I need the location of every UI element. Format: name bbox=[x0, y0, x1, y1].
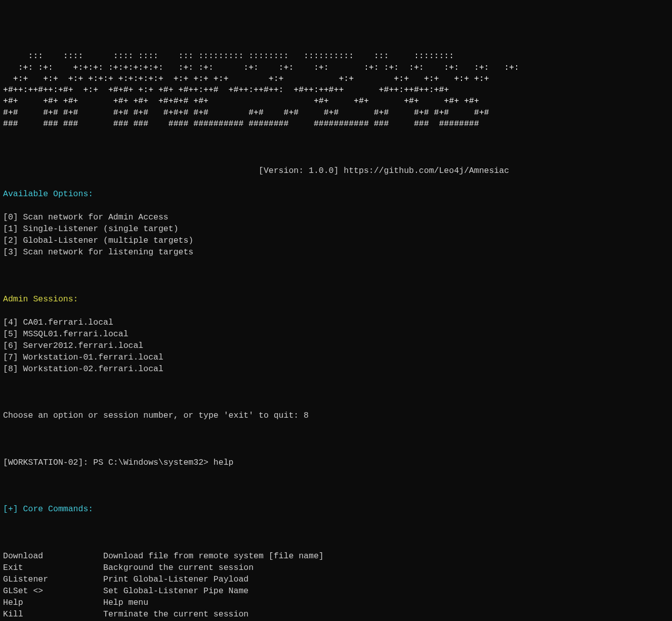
session-item-2[interactable]: [6] Server2012.ferrari.local bbox=[3, 340, 669, 351]
version-line: [Version: 1.0.0] https://github.com/Leo4… bbox=[3, 165, 669, 176]
options-list: [0] Scan network for Admin Access[1] Sin… bbox=[3, 211, 669, 258]
session-item-3[interactable]: [7] Workstation-01.ferrari.local bbox=[3, 351, 669, 363]
available-options-header: Available Options: bbox=[3, 188, 669, 200]
command-row-help: Help Help menu bbox=[3, 597, 669, 608]
shell-prompt[interactable]: [WORKSTATION-02]: PS C:\Windows\system32… bbox=[3, 457, 669, 468]
option-item-1[interactable]: [1] Single-Listener (single target) bbox=[3, 223, 669, 235]
option-item-3[interactable]: [3] Scan network for listening targets bbox=[3, 246, 669, 258]
command-row-download: Download Download file from remote syste… bbox=[3, 550, 669, 562]
sessions-list: [4] CA01.ferrari.local[5] MSSQL01.ferrar… bbox=[3, 317, 669, 375]
command-row-kill: Kill Terminate the current session bbox=[3, 608, 669, 620]
commands-table: Download Download file from remote syste… bbox=[3, 550, 669, 621]
spacer bbox=[3, 480, 669, 492]
spacer bbox=[3, 386, 669, 398]
session-item-1[interactable]: [5] MSSQL01.ferrari.local bbox=[3, 328, 669, 340]
spacer bbox=[3, 526, 669, 538]
choose-prompt[interactable]: Choose an option or session number, or t… bbox=[3, 410, 669, 421]
command-row-glistener: GListener Print Global-Listener Payload bbox=[3, 573, 669, 585]
spacer bbox=[3, 433, 669, 445]
session-item-0[interactable]: [4] CA01.ferrari.local bbox=[3, 317, 669, 328]
command-row-glset-: GLSet <> Set Global-Listener Pipe Name bbox=[3, 585, 669, 597]
command-row-exit: Exit Background the current session bbox=[3, 562, 669, 573]
spacer bbox=[3, 141, 669, 153]
session-item-4[interactable]: [8] Workstation-02.ferrari.local bbox=[3, 363, 669, 375]
admin-sessions-header: Admin Sessions: bbox=[3, 293, 669, 305]
option-item-0[interactable]: [0] Scan network for Admin Access bbox=[3, 211, 669, 223]
ascii-banner: ::: :::: :::: :::: ::: ::::::::: :::::::… bbox=[3, 51, 669, 129]
core-commands-header: [+] Core Commands: bbox=[3, 503, 669, 515]
spacer bbox=[3, 270, 669, 281]
option-item-2[interactable]: [2] Global-Listener (multiple targets) bbox=[3, 235, 669, 246]
